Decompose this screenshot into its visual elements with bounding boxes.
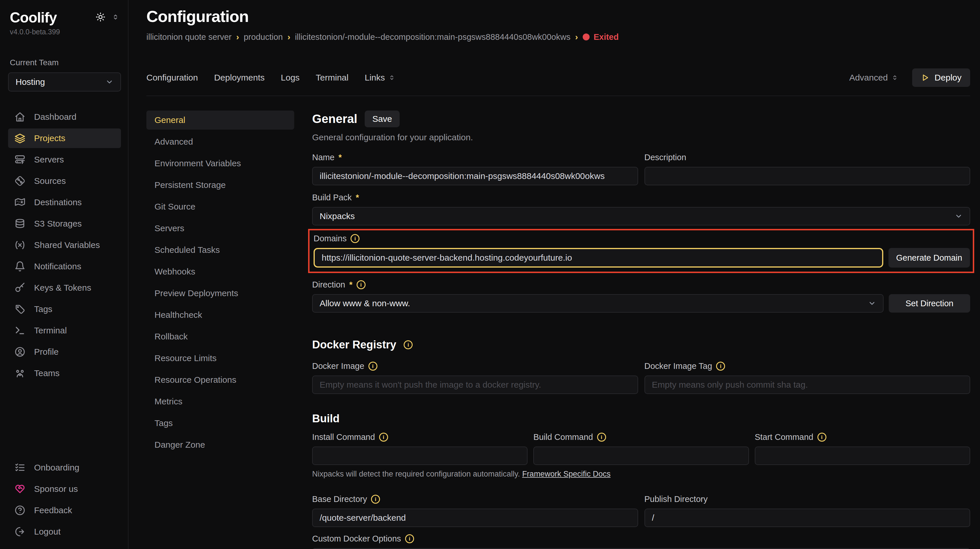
bell-icon <box>14 261 25 272</box>
subnav-webhooks[interactable]: Webhooks <box>146 262 294 281</box>
subnav-healthcheck[interactable]: Healthcheck <box>146 305 294 324</box>
build-command-input[interactable] <box>533 446 749 465</box>
advanced-label: Advanced <box>849 73 888 83</box>
map-icon <box>14 197 25 208</box>
build-pack-select[interactable]: Nixpacks <box>312 207 970 225</box>
info-icon[interactable]: i <box>716 362 725 371</box>
chevron-down-icon <box>105 78 113 86</box>
direction-value: Allow www & non-www. <box>320 298 410 308</box>
help-circle-icon <box>14 505 25 516</box>
sidebar-item-onboarding[interactable]: Onboarding <box>8 458 121 478</box>
sidebar-item-label: Sponsor us <box>34 484 78 494</box>
breadcrumb-resource[interactable]: illicitestonion/-module--decomposition:m… <box>295 32 570 42</box>
subnav-servers[interactable]: Servers <box>146 219 294 238</box>
info-icon[interactable]: i <box>404 340 413 349</box>
sidebar-footer: Onboarding Sponsor us Feedback Logout <box>8 458 121 541</box>
info-icon[interactable]: i <box>356 280 366 289</box>
subnav-general[interactable]: General <box>146 111 294 130</box>
sidebar-item-label: Logout <box>34 527 60 536</box>
sidebar-item-sources[interactable]: Sources <box>8 171 121 191</box>
tab-links[interactable]: Links <box>365 73 395 83</box>
status-dot-icon <box>583 33 590 40</box>
variable-icon <box>14 240 25 251</box>
subnav-metrics[interactable]: Metrics <box>146 392 294 411</box>
subnav-scheduled-tasks[interactable]: Scheduled Tasks <box>146 240 294 260</box>
subnav-environment-variables[interactable]: Environment Variables <box>146 154 294 173</box>
subnav-rollback[interactable]: Rollback <box>146 327 294 346</box>
save-button[interactable]: Save <box>365 111 399 127</box>
sidebar-item-terminal[interactable]: Terminal <box>8 321 121 340</box>
subnav-danger-zone[interactable]: Danger Zone <box>146 435 294 454</box>
app-logo: Coolify <box>10 9 57 26</box>
breadcrumb-project[interactable]: illicitonion quote server <box>146 32 232 42</box>
status-text: Exited <box>593 32 619 42</box>
sidebar-item-shared-variables[interactable]: Shared Variables <box>8 235 121 255</box>
sidebar-item-dashboard[interactable]: Dashboard <box>8 107 121 127</box>
install-command-label: Install Command i <box>312 432 528 442</box>
subnav-preview-deployments[interactable]: Preview Deployments <box>146 284 294 303</box>
sidebar-item-feedback[interactable]: Feedback <box>8 500 121 520</box>
sidebar-item-tags[interactable]: Tags <box>8 299 121 319</box>
info-icon[interactable]: i <box>597 433 606 442</box>
sidebar-item-keys-tokens[interactable]: Keys & Tokens <box>8 278 121 298</box>
breadcrumb-environment[interactable]: production <box>244 32 283 42</box>
chevron-down-icon <box>868 299 876 308</box>
tab-deployments[interactable]: Deployments <box>214 73 264 83</box>
sidebar-item-s3-storages[interactable]: S3 Storages <box>8 214 121 233</box>
build-command-label: Build Command i <box>533 432 749 442</box>
tab-configuration[interactable]: Configuration <box>146 73 198 83</box>
sidebar-item-destinations[interactable]: Destinations <box>8 192 121 212</box>
docker-image-input[interactable] <box>312 376 638 394</box>
sidebar-item-servers[interactable]: Servers <box>8 150 121 170</box>
sidebar-item-label: Servers <box>34 155 64 165</box>
sidebar-item-teams[interactable]: Teams <box>8 363 121 383</box>
chevron-down-icon <box>955 212 963 220</box>
theme-sun-icon[interactable] <box>95 12 105 22</box>
status-badge: Exited <box>583 32 619 42</box>
subnav-resource-operations[interactable]: Resource Operations <box>146 370 294 389</box>
info-icon[interactable]: i <box>368 362 377 371</box>
start-command-input[interactable] <box>755 446 970 465</box>
description-input[interactable] <box>644 167 970 185</box>
subnav-advanced[interactable]: Advanced <box>146 132 294 151</box>
sidebar-item-label: Sources <box>34 176 66 186</box>
publish-directory-input[interactable] <box>644 509 970 527</box>
tab-logs[interactable]: Logs <box>281 73 300 83</box>
name-input[interactable] <box>312 167 638 185</box>
theme-selector-chevrons-icon[interactable] <box>112 13 119 21</box>
subnav-resource-limits[interactable]: Resource Limits <box>146 349 294 368</box>
install-command-input[interactable] <box>312 446 528 465</box>
advanced-dropdown[interactable]: Advanced <box>849 73 898 83</box>
sidebar-item-profile[interactable]: Profile <box>8 342 121 362</box>
info-icon[interactable]: i <box>371 495 380 504</box>
domains-input[interactable] <box>313 248 883 268</box>
base-directory-input[interactable] <box>312 509 638 527</box>
set-direction-button[interactable]: Set Direction <box>889 294 970 313</box>
tab-terminal[interactable]: Terminal <box>316 73 348 83</box>
subnav-git-source[interactable]: Git Source <box>146 197 294 216</box>
general-form: General Save General configuration for y… <box>312 111 970 549</box>
framework-docs-link[interactable]: Framework Specific Docs <box>522 470 610 478</box>
subnav-tags[interactable]: Tags <box>146 414 294 433</box>
info-icon[interactable]: i <box>818 433 826 442</box>
direction-select[interactable]: Allow www & non-www. <box>312 294 883 313</box>
sidebar-item-label: Projects <box>34 133 65 143</box>
build-section-title: Build <box>312 413 970 425</box>
base-directory-label: Base Directory i <box>312 495 638 504</box>
sidebar-item-projects[interactable]: Projects <box>8 129 121 148</box>
required-asterisk: * <box>356 193 359 202</box>
info-icon[interactable]: i <box>405 534 414 543</box>
deploy-button[interactable]: Deploy <box>912 68 970 87</box>
generate-domain-button[interactable]: Generate Domain <box>888 248 970 268</box>
docker-image-tag-input[interactable] <box>644 376 970 394</box>
sidebar-item-sponsor-us[interactable]: Sponsor us <box>8 479 121 499</box>
team-select[interactable]: Hosting <box>8 73 121 92</box>
sidebar-item-notifications[interactable]: Notifications <box>8 257 121 276</box>
sidebar-item-label: Keys & Tokens <box>34 283 91 293</box>
chevrons-up-down-icon <box>388 74 395 81</box>
sidebar-item-logout[interactable]: Logout <box>8 522 121 541</box>
build-pack-value: Nixpacks <box>320 211 355 221</box>
info-icon[interactable]: i <box>350 234 360 243</box>
info-icon[interactable]: i <box>379 433 388 442</box>
subnav-persistent-storage[interactable]: Persistent Storage <box>146 176 294 195</box>
